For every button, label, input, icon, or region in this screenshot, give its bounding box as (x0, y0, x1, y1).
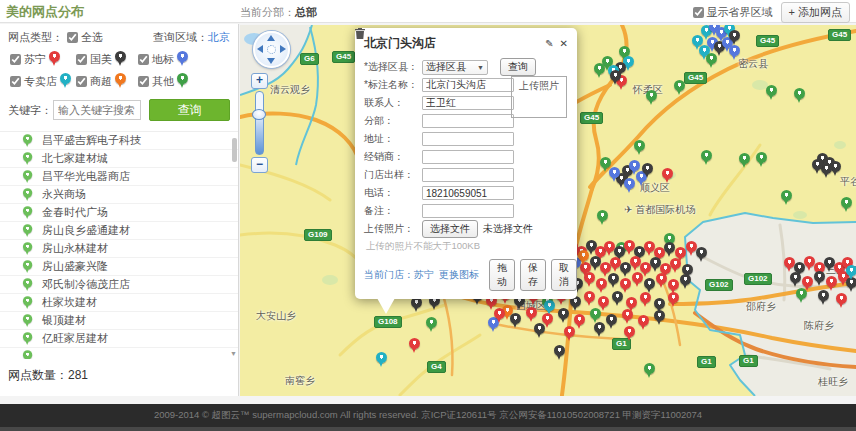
map-marker[interactable] (706, 53, 718, 69)
dealer-input[interactable] (422, 150, 514, 164)
map-marker[interactable] (662, 168, 674, 184)
map-marker[interactable] (692, 35, 704, 51)
map-marker[interactable] (578, 250, 590, 266)
upload-photo-box[interactable]: 上传照片 (511, 76, 567, 118)
map-marker[interactable] (426, 317, 438, 333)
category-other-checkbox[interactable] (138, 76, 149, 87)
keyword-search-input[interactable] (53, 100, 141, 120)
list-item[interactable] (0, 348, 238, 359)
map-marker[interactable] (644, 363, 656, 379)
query-region-link[interactable]: 北京 (208, 31, 230, 43)
map-marker[interactable] (534, 323, 546, 339)
map-marker[interactable] (818, 290, 830, 306)
pan-up-arrow-icon[interactable] (267, 35, 275, 41)
map-marker[interactable] (656, 273, 668, 289)
map-marker[interactable] (841, 197, 853, 213)
map-marker[interactable] (597, 210, 609, 226)
map-marker[interactable] (609, 167, 621, 183)
map-marker[interactable] (790, 272, 802, 288)
category-exclusive-store-checkbox[interactable] (10, 76, 21, 87)
map-marker[interactable] (640, 292, 652, 308)
map-marker[interactable] (606, 314, 618, 330)
map-marker[interactable] (594, 63, 606, 79)
category-supermarket-checkbox[interactable] (76, 76, 87, 87)
map-marker[interactable] (654, 310, 666, 326)
map-marker[interactable] (409, 338, 421, 354)
map-marker[interactable] (610, 70, 622, 86)
map-marker[interactable] (796, 288, 808, 304)
map-marker[interactable] (836, 293, 848, 309)
map-marker[interactable] (674, 80, 686, 96)
current-store-link[interactable]: 当前门店：苏宁 (364, 268, 434, 282)
pan-right-arrow-icon[interactable] (280, 45, 286, 53)
map-marker[interactable] (696, 247, 708, 263)
map-marker[interactable] (558, 308, 570, 324)
map-pan-compass[interactable] (253, 31, 290, 68)
map-marker[interactable] (608, 273, 620, 289)
cancel-button[interactable]: 取消 (551, 259, 577, 291)
contact-input[interactable] (422, 96, 514, 110)
map-marker[interactable] (584, 291, 596, 307)
category-supermarket[interactable]: 商超 (76, 73, 138, 89)
pan-center-icon[interactable] (267, 45, 276, 54)
category-suning[interactable]: 苏宁 (10, 51, 76, 67)
phone-input[interactable] (422, 186, 514, 200)
branch-input[interactable] (422, 114, 514, 128)
pan-down-arrow-icon[interactable] (267, 58, 275, 64)
add-site-button[interactable]: + 添加网点 (781, 2, 850, 23)
map-marker[interactable] (680, 274, 692, 290)
map-marker[interactable] (701, 150, 713, 166)
map-marker[interactable] (596, 278, 608, 294)
delete-icon[interactable] (355, 28, 365, 39)
list-scrollbar[interactable] (232, 138, 237, 162)
change-icon-link[interactable]: 更换图标 (439, 268, 479, 282)
remark-input[interactable] (422, 204, 514, 218)
map-marker[interactable] (814, 271, 826, 287)
show-province-border-checkbox-label[interactable]: 显示省界区域 (693, 5, 773, 20)
map-marker[interactable] (584, 272, 596, 288)
map-marker[interactable] (594, 322, 606, 338)
map-marker[interactable] (510, 313, 522, 329)
zoom-out-button[interactable]: − (251, 157, 268, 173)
map-marker[interactable] (846, 265, 856, 281)
list-item[interactable]: 北七家建材城 (0, 150, 238, 168)
map-marker[interactable] (564, 326, 576, 342)
select-all-checkbox-wrap[interactable]: 全选 (67, 30, 103, 45)
map-marker[interactable] (642, 163, 654, 179)
zoom-in-button[interactable]: + (251, 73, 268, 89)
map-marker[interactable] (668, 292, 680, 308)
list-item[interactable]: 亿旺家居建材 (0, 330, 238, 348)
map-marker[interactable] (612, 291, 624, 307)
mark-name-input[interactable] (422, 78, 514, 92)
display-input[interactable] (422, 168, 514, 182)
district-select[interactable]: 选择区县▼ (422, 60, 488, 75)
list-item[interactable]: 永兴商场 (0, 186, 238, 204)
map-marker[interactable] (494, 308, 506, 324)
map-marker[interactable] (622, 309, 634, 325)
map-marker[interactable] (756, 152, 768, 168)
close-icon[interactable]: ✕ (560, 39, 568, 49)
map-marker[interactable] (376, 352, 388, 368)
list-item[interactable]: 房山盛豪兴隆 (0, 258, 238, 276)
address-input[interactable] (422, 132, 514, 146)
zoom-slider-handle[interactable] (252, 109, 266, 120)
map-marker[interactable] (411, 297, 423, 313)
list-item[interactable]: 金春时代广场 (0, 204, 238, 222)
map-marker[interactable] (554, 345, 566, 361)
map-marker[interactable] (634, 140, 646, 156)
select-all-checkbox[interactable] (67, 32, 78, 43)
list-item[interactable]: 房山良乡盛通建材 (0, 222, 238, 240)
map-marker[interactable] (638, 315, 650, 331)
category-exclusive-store[interactable]: 专卖店 (10, 73, 76, 89)
category-landmark-checkbox[interactable] (138, 54, 149, 65)
list-item[interactable]: 杜家坎建材 (0, 294, 238, 312)
choose-file-button[interactable]: 选择文件 (422, 220, 478, 238)
drag-button[interactable]: 拖动 (489, 259, 515, 291)
category-suning-checkbox[interactable] (10, 54, 21, 65)
category-landmark[interactable]: 地标 (138, 51, 204, 67)
map-marker[interactable] (794, 88, 806, 104)
category-gome-checkbox[interactable] (76, 54, 87, 65)
edit-icon[interactable]: ✎ (545, 39, 553, 49)
map-marker[interactable] (624, 326, 636, 342)
list-item[interactable]: 昌平华光电器商店 (0, 168, 238, 186)
